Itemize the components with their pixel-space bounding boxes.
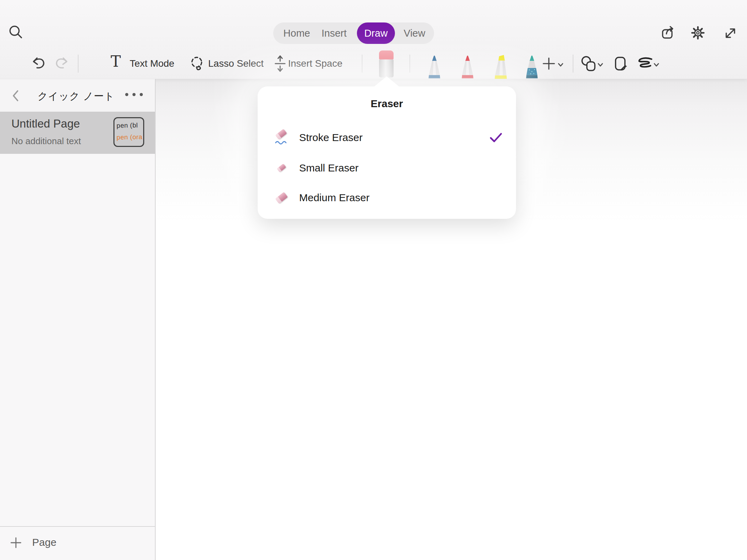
chevron-left-icon	[11, 89, 20, 103]
section-more-button[interactable]	[125, 93, 143, 96]
chevron-down-icon[interactable]	[653, 61, 660, 68]
page-thumbnail: pen (bl pen (ora	[113, 117, 144, 147]
plus-icon	[10, 536, 22, 549]
ink-annotate-button[interactable]	[611, 55, 629, 73]
sidebar-header: クイック ノート	[0, 79, 155, 112]
ink-effects-button[interactable]	[636, 55, 654, 72]
chevron-down-icon[interactable]	[597, 61, 604, 68]
medium-eraser-icon	[271, 185, 292, 210]
redo-icon	[54, 56, 70, 72]
tab-insert[interactable]: Insert	[316, 22, 352, 44]
page-subtitle: No additional text	[11, 136, 81, 147]
lasso-icon	[188, 55, 205, 72]
blue-pen-tool[interactable]	[425, 54, 443, 80]
share-icon	[660, 25, 675, 41]
redo-button[interactable]	[53, 55, 71, 73]
undo-button[interactable]	[30, 55, 48, 73]
eraser-cap	[379, 50, 394, 59]
insert-space-button[interactable]	[272, 53, 288, 74]
add-page-label: Page	[32, 536, 56, 548]
tab-view[interactable]: View	[395, 22, 434, 44]
page-title: Untitled Page	[11, 117, 80, 130]
share-button[interactable]	[659, 25, 676, 41]
text-mode-button[interactable]: Text Mode	[130, 58, 174, 69]
notebook-section-title: クイック ノート	[33, 90, 119, 103]
stroke-eraser-icon	[271, 125, 292, 150]
eraser-body	[379, 59, 394, 77]
toolbar-divider	[362, 55, 362, 73]
card-pen-icon	[612, 55, 629, 73]
search-icon	[8, 24, 24, 41]
popover-title: Eraser	[258, 98, 516, 110]
chevron-down-icon[interactable]	[557, 61, 564, 68]
page-list-item-selected[interactable]: Untitled Page No additional text pen (bl…	[0, 112, 155, 154]
eraser-option-label: Medium Eraser	[299, 185, 369, 210]
thumbnail-ink-line: pen (bl	[117, 119, 144, 131]
teal-pen-tool[interactable]	[523, 54, 541, 80]
toolbar-divider	[573, 55, 573, 73]
tab-draw[interactable]: Draw	[357, 22, 395, 44]
eraser-option-label: Small Eraser	[299, 156, 359, 180]
tab-home[interactable]: Home	[273, 22, 320, 44]
yellow-highlighter-tool[interactable]	[491, 54, 510, 80]
text-mode-icon: T	[111, 53, 121, 70]
insert-space-label[interactable]: Insert Space	[288, 58, 342, 69]
shapes-button[interactable]	[580, 55, 598, 73]
settings-button[interactable]	[690, 25, 706, 41]
insert-space-icon	[273, 54, 288, 73]
eraser-option-label: Stroke Eraser	[299, 125, 362, 150]
toolbar-divider	[409, 55, 410, 73]
small-eraser-icon	[271, 156, 292, 180]
ellipsis-icon	[125, 93, 128, 96]
lasso-select-button[interactable]	[188, 55, 206, 73]
ribbon-tabs: Home Insert Draw View	[273, 22, 434, 44]
eraser-option-stroke[interactable]: Stroke Eraser	[258, 125, 516, 150]
plus-icon	[541, 56, 556, 71]
lasso-select-label[interactable]: Lasso Select	[208, 58, 264, 69]
gear-icon	[690, 25, 706, 41]
eraser-option-medium[interactable]: Medium Eraser	[258, 185, 516, 210]
toolbar-divider	[78, 55, 79, 73]
red-pen-tool[interactable]	[459, 54, 477, 80]
page-list-sidebar: クイック ノート Untitled Page No additional tex…	[0, 79, 156, 560]
checkmark-icon	[489, 131, 503, 144]
back-button[interactable]	[10, 88, 21, 103]
thumbnail-ink-line: pen (ora	[117, 131, 144, 143]
expand-icon	[723, 26, 738, 41]
search-button[interactable]	[7, 24, 25, 41]
add-page-button[interactable]: Page	[0, 526, 155, 560]
scribble-icon	[636, 56, 654, 71]
eraser-popover: Eraser Stroke Eraser Small Eraser	[258, 86, 516, 219]
undo-icon	[31, 56, 47, 72]
top-toolbar: Home Insert Draw View	[0, 0, 747, 79]
shapes-icon	[580, 55, 598, 73]
fullscreen-button[interactable]	[722, 25, 739, 41]
app-window: Home Insert Draw View	[0, 0, 747, 560]
eraser-tool-button[interactable]	[379, 50, 394, 77]
eraser-option-small[interactable]: Small Eraser	[258, 156, 516, 180]
add-pen-button[interactable]	[541, 55, 557, 72]
